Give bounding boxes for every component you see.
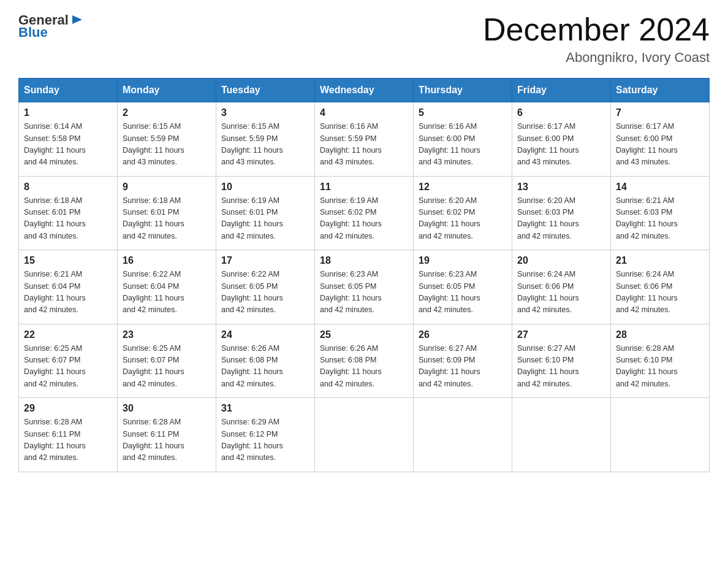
day-info: Sunrise: 6:14 AMSunset: 5:58 PMDaylight:… bbox=[24, 121, 112, 169]
day-number: 1 bbox=[24, 107, 112, 118]
calendar-cell: 28Sunrise: 6:28 AMSunset: 6:10 PMDayligh… bbox=[611, 324, 710, 398]
day-number: 2 bbox=[123, 107, 211, 118]
weekday-header-monday: Monday bbox=[118, 79, 216, 102]
calendar-cell: 16Sunrise: 6:22 AMSunset: 6:04 PMDayligh… bbox=[118, 250, 216, 324]
day-info: Sunrise: 6:28 AMSunset: 6:10 PMDaylight:… bbox=[616, 343, 704, 391]
day-number: 22 bbox=[24, 329, 112, 340]
calendar-cell: 11Sunrise: 6:19 AMSunset: 6:02 PMDayligh… bbox=[315, 176, 414, 250]
day-number: 23 bbox=[123, 329, 211, 340]
calendar-cell bbox=[414, 398, 512, 472]
calendar-cell bbox=[611, 398, 710, 472]
day-number: 24 bbox=[221, 329, 309, 340]
calendar-cell: 6Sunrise: 6:17 AMSunset: 6:00 PMDaylight… bbox=[512, 102, 611, 177]
day-number: 18 bbox=[320, 255, 408, 266]
calendar-cell bbox=[512, 398, 611, 472]
day-info: Sunrise: 6:24 AMSunset: 6:06 PMDaylight:… bbox=[517, 269, 605, 316]
day-number: 3 bbox=[221, 107, 309, 118]
weekday-header-sunday: Sunday bbox=[19, 79, 118, 102]
day-number: 14 bbox=[616, 182, 704, 193]
calendar-cell: 23Sunrise: 6:25 AMSunset: 6:07 PMDayligh… bbox=[118, 324, 216, 398]
calendar-cell: 27Sunrise: 6:27 AMSunset: 6:10 PMDayligh… bbox=[512, 324, 611, 398]
day-info: Sunrise: 6:28 AMSunset: 6:11 PMDaylight:… bbox=[123, 416, 211, 464]
calendar-cell: 19Sunrise: 6:23 AMSunset: 6:05 PMDayligh… bbox=[414, 250, 512, 324]
day-number: 26 bbox=[419, 329, 507, 340]
logo-triangle-icon bbox=[70, 13, 83, 26]
day-info: Sunrise: 6:27 AMSunset: 6:10 PMDaylight:… bbox=[517, 343, 605, 391]
weekday-header-wednesday: Wednesday bbox=[315, 79, 414, 102]
day-number: 28 bbox=[616, 329, 704, 340]
day-number: 21 bbox=[616, 255, 704, 266]
calendar-cell: 1Sunrise: 6:14 AMSunset: 5:58 PMDaylight… bbox=[19, 102, 118, 177]
month-title: December 2024 bbox=[483, 12, 710, 47]
day-info: Sunrise: 6:22 AMSunset: 6:05 PMDaylight:… bbox=[221, 269, 309, 316]
calendar-cell: 4Sunrise: 6:16 AMSunset: 5:59 PMDaylight… bbox=[315, 102, 414, 177]
day-number: 19 bbox=[419, 255, 507, 266]
title-block: December 2024 Abongnikro, Ivory Coast bbox=[483, 12, 710, 66]
week-row-5: 29Sunrise: 6:28 AMSunset: 6:11 PMDayligh… bbox=[19, 398, 710, 472]
day-info: Sunrise: 6:20 AMSunset: 6:02 PMDaylight:… bbox=[419, 195, 507, 243]
calendar-cell: 31Sunrise: 6:29 AMSunset: 6:12 PMDayligh… bbox=[216, 398, 315, 472]
day-info: Sunrise: 6:26 AMSunset: 6:08 PMDaylight:… bbox=[221, 343, 309, 391]
day-number: 8 bbox=[24, 182, 112, 193]
calendar-cell: 13Sunrise: 6:20 AMSunset: 6:03 PMDayligh… bbox=[512, 176, 611, 250]
day-number: 16 bbox=[123, 255, 211, 266]
day-number: 7 bbox=[616, 107, 704, 118]
day-number: 13 bbox=[517, 182, 605, 193]
day-number: 31 bbox=[221, 403, 309, 414]
week-row-1: 1Sunrise: 6:14 AMSunset: 5:58 PMDaylight… bbox=[19, 102, 710, 177]
calendar-cell: 22Sunrise: 6:25 AMSunset: 6:07 PMDayligh… bbox=[19, 324, 118, 398]
day-info: Sunrise: 6:25 AMSunset: 6:07 PMDaylight:… bbox=[24, 343, 112, 391]
calendar-cell: 15Sunrise: 6:21 AMSunset: 6:04 PMDayligh… bbox=[19, 250, 118, 324]
day-info: Sunrise: 6:19 AMSunset: 6:01 PMDaylight:… bbox=[221, 195, 309, 243]
day-info: Sunrise: 6:23 AMSunset: 6:05 PMDaylight:… bbox=[320, 269, 408, 316]
calendar-cell: 9Sunrise: 6:18 AMSunset: 6:01 PMDaylight… bbox=[118, 176, 216, 250]
day-number: 4 bbox=[320, 107, 408, 118]
day-number: 10 bbox=[221, 182, 309, 193]
day-info: Sunrise: 6:19 AMSunset: 6:02 PMDaylight:… bbox=[320, 195, 408, 243]
svg-marker-0 bbox=[72, 15, 82, 24]
weekday-header-row: SundayMondayTuesdayWednesdayThursdayFrid… bbox=[19, 79, 710, 102]
day-info: Sunrise: 6:25 AMSunset: 6:07 PMDaylight:… bbox=[123, 343, 211, 391]
day-info: Sunrise: 6:18 AMSunset: 6:01 PMDaylight:… bbox=[24, 195, 112, 243]
day-number: 6 bbox=[517, 107, 605, 118]
day-info: Sunrise: 6:28 AMSunset: 6:11 PMDaylight:… bbox=[24, 416, 112, 464]
weekday-header-tuesday: Tuesday bbox=[216, 79, 315, 102]
calendar-cell: 10Sunrise: 6:19 AMSunset: 6:01 PMDayligh… bbox=[216, 176, 315, 250]
calendar-cell: 3Sunrise: 6:15 AMSunset: 5:59 PMDaylight… bbox=[216, 102, 315, 177]
day-info: Sunrise: 6:27 AMSunset: 6:09 PMDaylight:… bbox=[419, 343, 507, 391]
day-info: Sunrise: 6:22 AMSunset: 6:04 PMDaylight:… bbox=[123, 269, 211, 316]
calendar-cell bbox=[315, 398, 414, 472]
day-info: Sunrise: 6:24 AMSunset: 6:06 PMDaylight:… bbox=[616, 269, 704, 316]
calendar-cell: 7Sunrise: 6:17 AMSunset: 6:00 PMDaylight… bbox=[611, 102, 710, 177]
weekday-header-friday: Friday bbox=[512, 79, 611, 102]
calendar-cell: 29Sunrise: 6:28 AMSunset: 6:11 PMDayligh… bbox=[19, 398, 118, 472]
day-info: Sunrise: 6:16 AMSunset: 6:00 PMDaylight:… bbox=[419, 121, 507, 169]
day-info: Sunrise: 6:23 AMSunset: 6:05 PMDaylight:… bbox=[419, 269, 507, 316]
week-row-4: 22Sunrise: 6:25 AMSunset: 6:07 PMDayligh… bbox=[19, 324, 710, 398]
calendar-cell: 5Sunrise: 6:16 AMSunset: 6:00 PMDaylight… bbox=[414, 102, 512, 177]
logo-blue: Blue bbox=[18, 25, 48, 40]
calendar-cell: 17Sunrise: 6:22 AMSunset: 6:05 PMDayligh… bbox=[216, 250, 315, 324]
location: Abongnikro, Ivory Coast bbox=[483, 50, 710, 66]
calendar-cell: 30Sunrise: 6:28 AMSunset: 6:11 PMDayligh… bbox=[118, 398, 216, 472]
calendar-cell: 18Sunrise: 6:23 AMSunset: 6:05 PMDayligh… bbox=[315, 250, 414, 324]
calendar-cell: 25Sunrise: 6:26 AMSunset: 6:08 PMDayligh… bbox=[315, 324, 414, 398]
day-info: Sunrise: 6:16 AMSunset: 5:59 PMDaylight:… bbox=[320, 121, 408, 169]
day-info: Sunrise: 6:26 AMSunset: 6:08 PMDaylight:… bbox=[320, 343, 408, 391]
calendar-table: SundayMondayTuesdayWednesdayThursdayFrid… bbox=[18, 78, 710, 472]
day-number: 5 bbox=[419, 107, 507, 118]
day-info: Sunrise: 6:15 AMSunset: 5:59 PMDaylight:… bbox=[123, 121, 211, 169]
day-number: 27 bbox=[517, 329, 605, 340]
calendar-cell: 2Sunrise: 6:15 AMSunset: 5:59 PMDaylight… bbox=[118, 102, 216, 177]
weekday-header-thursday: Thursday bbox=[414, 79, 512, 102]
weekday-header-saturday: Saturday bbox=[611, 79, 710, 102]
calendar-cell: 24Sunrise: 6:26 AMSunset: 6:08 PMDayligh… bbox=[216, 324, 315, 398]
day-info: Sunrise: 6:18 AMSunset: 6:01 PMDaylight:… bbox=[123, 195, 211, 243]
week-row-3: 15Sunrise: 6:21 AMSunset: 6:04 PMDayligh… bbox=[19, 250, 710, 324]
week-row-2: 8Sunrise: 6:18 AMSunset: 6:01 PMDaylight… bbox=[19, 176, 710, 250]
day-number: 12 bbox=[419, 182, 507, 193]
day-info: Sunrise: 6:15 AMSunset: 5:59 PMDaylight:… bbox=[221, 121, 309, 169]
day-info: Sunrise: 6:21 AMSunset: 6:04 PMDaylight:… bbox=[24, 269, 112, 316]
day-number: 20 bbox=[517, 255, 605, 266]
day-info: Sunrise: 6:17 AMSunset: 6:00 PMDaylight:… bbox=[616, 121, 704, 169]
